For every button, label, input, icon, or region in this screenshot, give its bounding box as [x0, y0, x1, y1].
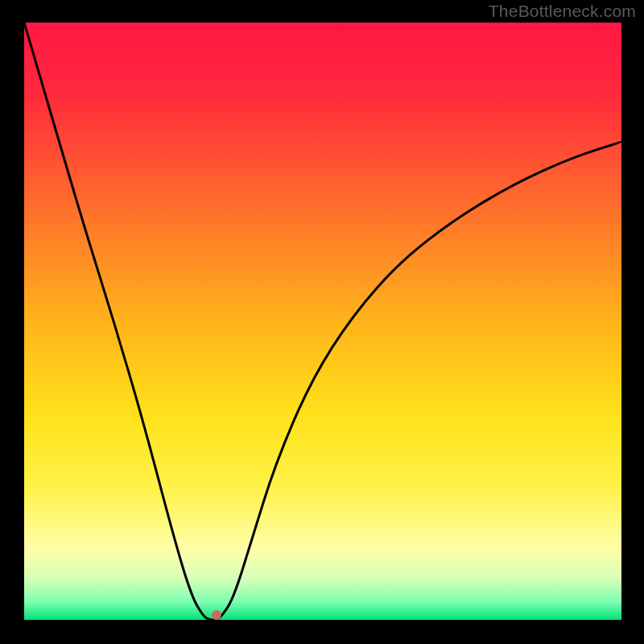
chart-frame: TheBottleneck.com — [0, 0, 644, 644]
plot-svg — [24, 23, 621, 620]
watermark-text: TheBottleneck.com — [489, 2, 636, 21]
optimal-point-marker — [212, 610, 221, 620]
plot-area — [24, 23, 621, 620]
